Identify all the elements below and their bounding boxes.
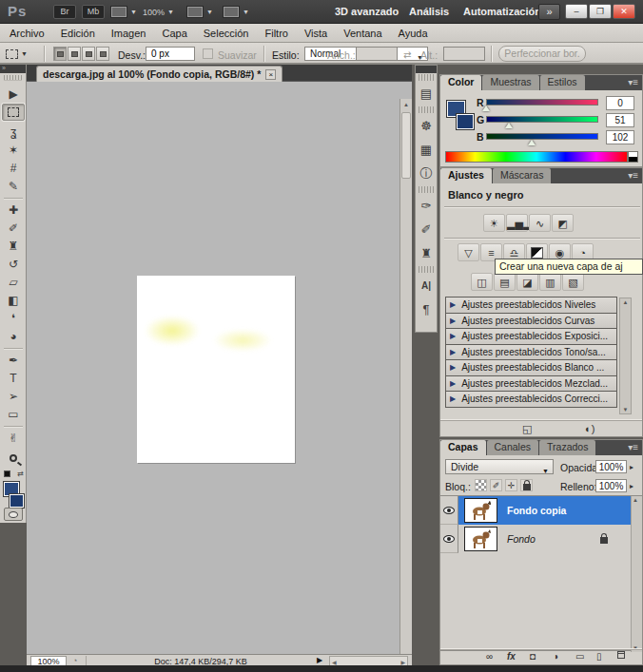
layer-row-fondo[interactable]: Fondo <box>440 525 631 553</box>
navigator-panel-icon[interactable]: ☸ <box>416 114 437 138</box>
preset-tono-saturacion[interactable]: ▶Ajustes preestablecidos Tono/sa... <box>445 344 617 361</box>
expand-icon[interactable]: ▶ <box>450 300 456 309</box>
zoom-level-dropdown[interactable]: 100%▼ <box>143 5 174 19</box>
document-canvas[interactable] <box>137 276 295 463</box>
minimize-button[interactable]: – <box>565 4 588 19</box>
tab-close-icon[interactable]: × <box>265 69 276 80</box>
opacity-arrow-icon[interactable]: ▸ <box>630 463 633 471</box>
eye-icon[interactable] <box>443 535 455 543</box>
layer-name[interactable]: Fondo <box>507 533 536 545</box>
clip-to-layer-icon[interactable]: ◐) <box>585 423 594 434</box>
brushes-panel-icon[interactable]: ✐ <box>416 218 437 241</box>
tools-drag-handle[interactable] <box>4 75 22 81</box>
expand-icon[interactable]: ▶ <box>450 317 456 325</box>
workspace-3d[interactable]: 3D avanzado <box>335 6 399 17</box>
menu-ventana[interactable]: Ventana <box>343 28 381 39</box>
selection-intersect-icon[interactable] <box>96 47 109 61</box>
selection-add-icon[interactable] <box>68 47 81 61</box>
bridge-button[interactable]: Br <box>53 5 76 19</box>
document-tab[interactable]: descarga.jpg al 100% (Fondo copia, RGB/8… <box>36 66 283 82</box>
new-layer-icon[interactable]: ▯ <box>596 651 602 662</box>
selection-subtract-icon[interactable] <box>82 47 95 61</box>
preset-blanco-negro[interactable]: ▶Ajustes preestablecidos Blanco ... <box>445 359 617 376</box>
selective-color-icon[interactable]: ▧ <box>562 273 584 291</box>
threshold-icon[interactable]: ◪ <box>516 273 538 291</box>
rectangular-marquee-tool[interactable] <box>2 104 25 121</box>
scroll-up-icon[interactable]: ▲ <box>400 99 412 110</box>
fill-arrow-icon[interactable]: ▸ <box>630 482 633 490</box>
vertical-scrollbar[interactable]: ▲ ▼ <box>399 99 412 654</box>
levels-icon[interactable]: ▂▅▂ <box>506 214 528 232</box>
preset-exposicion[interactable]: ▶Ajustes preestablecidos Exposici... <box>445 328 617 345</box>
menu-archivo[interactable]: Archivo <box>10 28 45 39</box>
blue-slider[interactable] <box>486 133 598 140</box>
dodge-burn-tool[interactable]: ◕ <box>2 328 25 345</box>
minibridge-button[interactable]: Mb <box>82 5 105 19</box>
more-workspaces-button[interactable]: » <box>538 4 560 20</box>
screen-mode-icon[interactable]: ▼ <box>223 5 249 19</box>
visibility-cell[interactable] <box>440 525 458 553</box>
move-tool[interactable]: ▶ <box>2 86 25 103</box>
tab-canales[interactable]: Canales <box>487 440 539 455</box>
restore-button[interactable]: ❐ <box>589 4 612 19</box>
fill-field[interactable]: 100% <box>595 479 627 492</box>
character-panel-icon[interactable]: A| <box>416 274 437 298</box>
red-slider-handle[interactable] <box>482 106 490 111</box>
expand-icon[interactable]: ▶ <box>450 348 456 356</box>
history-panel-icon[interactable]: ▤ <box>416 82 437 106</box>
menu-edicion[interactable]: Edición <box>61 28 95 39</box>
expanded-view-icon[interactable]: ◱ <box>522 423 532 435</box>
menu-ayuda[interactable]: Ayuda <box>399 28 428 39</box>
tab-ajustes[interactable]: Ajustes <box>440 168 492 183</box>
layer-thumbnail[interactable] <box>464 527 497 551</box>
layer-row-fondo-copia[interactable]: Fondo copia <box>440 496 631 525</box>
default-colors-icon[interactable]: ⇄ <box>3 470 24 479</box>
zoom-tool[interactable] <box>2 448 25 465</box>
eye-icon[interactable] <box>443 507 455 514</box>
workspace-automatizacion[interactable]: Automatización <box>463 6 541 17</box>
histogram-panel-icon[interactable]: ▦ <box>416 138 437 162</box>
opacity-field[interactable]: 100% <box>595 460 627 473</box>
background-color-swatch[interactable] <box>456 113 475 130</box>
brush-tool[interactable]: ✐ <box>2 220 25 237</box>
posterize-icon[interactable]: ▤ <box>494 273 516 291</box>
crop-tool[interactable]: # <box>2 160 25 177</box>
delete-layer-icon[interactable] <box>617 651 625 659</box>
gradient-map-icon[interactable]: ▥ <box>539 273 561 291</box>
tab-estilos[interactable]: Estilos <box>540 75 585 90</box>
blue-slider-handle[interactable] <box>528 140 536 145</box>
tab-trazados[interactable]: Trazados <box>539 440 595 455</box>
menu-vista[interactable]: Vista <box>304 28 327 39</box>
invert-icon[interactable]: ◫ <box>471 273 493 291</box>
curves-icon[interactable]: ∿ <box>529 214 551 232</box>
menu-capa[interactable]: Capa <box>162 28 186 39</box>
vibrance-icon[interactable]: ▽ <box>458 243 479 261</box>
red-slider[interactable] <box>486 99 598 106</box>
menu-filtro[interactable]: Filtro <box>264 28 287 39</box>
arrange-documents-icon[interactable]: ▼ <box>186 5 213 19</box>
menu-seleccion[interactable]: Selección <box>204 28 249 39</box>
panel-menu-icon[interactable]: ▾≡ <box>628 442 638 452</box>
shape-tool[interactable]: ▭ <box>2 406 25 423</box>
eyedropper-tool[interactable]: ✎ <box>2 178 25 195</box>
preset-correccion[interactable]: ▶Ajustes preestablecidos Correcci... <box>445 391 617 408</box>
tab-capas[interactable]: Capas <box>440 440 486 455</box>
red-value-field[interactable]: 0 <box>606 96 634 110</box>
selection-new-icon[interactable] <box>53 47 67 61</box>
lock-paint-icon[interactable]: ✐ <box>490 479 502 491</box>
paragraph-panel-icon[interactable]: ¶ <box>416 298 437 321</box>
close-button[interactable]: ✕ <box>613 4 635 19</box>
exposure-icon[interactable]: ◩ <box>552 214 574 232</box>
visibility-cell[interactable] <box>440 496 458 525</box>
green-slider-handle[interactable] <box>505 123 513 128</box>
link-layers-icon[interactable]: ∞ <box>486 651 493 662</box>
scroll-up-icon[interactable]: ▲ <box>633 497 641 503</box>
preset-mezclador[interactable]: ▶Ajustes preestablecidos Mezclad... <box>445 375 617 393</box>
expand-icon[interactable]: ▶ <box>450 394 456 403</box>
canvas-area[interactable]: ▲ ▼ <box>27 82 412 654</box>
spectrum-bw-end[interactable] <box>628 151 638 163</box>
eraser-tool[interactable]: ▱ <box>2 274 25 291</box>
green-slider[interactable] <box>486 116 598 123</box>
lock-all-icon[interactable] <box>520 479 533 491</box>
layer-effects-icon[interactable]: fx <box>507 651 516 662</box>
